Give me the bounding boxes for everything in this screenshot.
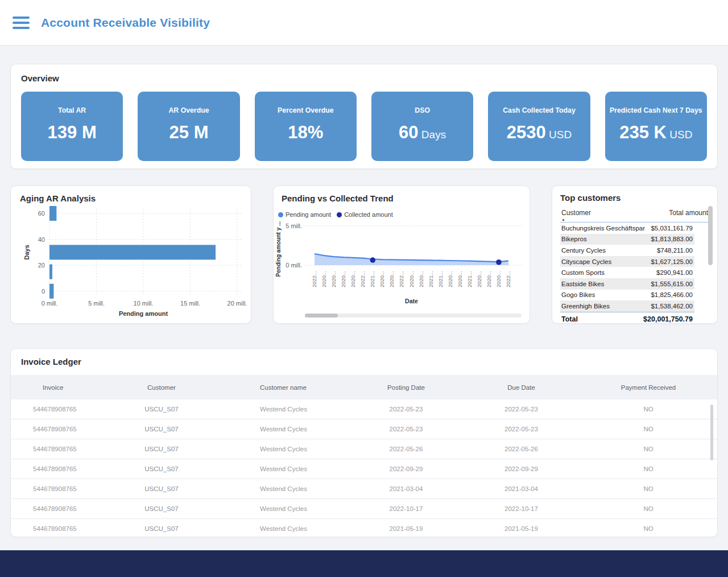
top-customers-total-row: Total $20,001,750.79 bbox=[560, 312, 694, 323]
kpi-unit: USD bbox=[546, 129, 572, 141]
table-cell: 544678908765 bbox=[11, 499, 107, 518]
top-customers-title: Top customers bbox=[560, 193, 709, 203]
table-cell: USCU_S07 bbox=[107, 479, 216, 498]
svg-text:2020...: 2020... bbox=[457, 271, 463, 287]
column-header[interactable]: Posting Date bbox=[349, 375, 463, 399]
table-cell: Westend Cycles bbox=[216, 479, 349, 498]
column-header[interactable]: Invoice bbox=[11, 375, 107, 399]
top-customers-rows: Buchungskreis Geschäftspar$5,031,161.79B… bbox=[560, 222, 694, 312]
kpi-label: Cash Collected Today bbox=[503, 106, 576, 114]
table-row[interactable]: Greenhigh Bikes$1,538,462.00 bbox=[560, 300, 694, 312]
aging-chart-card: Aging AR Analysis 60402000 mill.5 mill.1… bbox=[10, 186, 251, 324]
table-row[interactable]: Eastside Bikes$1,555,615.00 bbox=[560, 278, 694, 290]
scrollbar-thumb[interactable] bbox=[305, 314, 338, 318]
customer-name: Gogo Bikes bbox=[561, 291, 595, 298]
table-cell: NO bbox=[580, 419, 717, 439]
svg-text:2020...: 2020... bbox=[486, 271, 492, 287]
svg-text:2020...: 2020... bbox=[321, 271, 327, 287]
vertical-scrollbar-thumb[interactable] bbox=[710, 405, 713, 460]
table-row[interactable]: Custom Sports$290,941.00 bbox=[560, 267, 694, 278]
svg-text:2021...: 2021... bbox=[466, 271, 473, 287]
vertical-scrollbar-thumb[interactable] bbox=[708, 206, 713, 265]
kpi-row: Total AR139 MAR Overdue25 MPercent Overd… bbox=[21, 92, 707, 161]
trend-chart-card: Pending vs Collected Trend Pending amoun… bbox=[273, 186, 530, 324]
table-cell: NO bbox=[580, 459, 717, 479]
table-row[interactable]: 544678908765USCU_S07Westend Cycles2022-1… bbox=[11, 499, 717, 519]
kpi-tile[interactable]: Cash Collected Today2530 USD bbox=[488, 92, 590, 161]
column-header[interactable]: Payment Received bbox=[580, 375, 717, 399]
kpi-tile[interactable]: AR Overdue25 M bbox=[138, 92, 239, 161]
legend-item[interactable]: Collected amount bbox=[337, 211, 393, 218]
top-customers-card: Top customers Customer Total amount ▲ Bu… bbox=[552, 186, 718, 324]
kpi-value: 18% bbox=[288, 122, 323, 143]
total-amount: $748,211.00 bbox=[657, 247, 693, 254]
table-cell: NO bbox=[580, 439, 717, 459]
kpi-label: AR Overdue bbox=[168, 106, 209, 114]
table-cell: Westend Cycles bbox=[216, 459, 349, 479]
kpi-tile[interactable]: Predicted Cash Next 7 Days235 K USD bbox=[605, 92, 707, 161]
svg-text:Pending amount y ...: Pending amount y ... bbox=[275, 221, 282, 277]
svg-text:2020...: 2020... bbox=[330, 271, 337, 287]
customer-name: Cityscape Cycles bbox=[561, 258, 611, 265]
table-row[interactable]: Gogo Bikes$1,825,466.00 bbox=[560, 290, 694, 301]
trend-area-chart[interactable]: 5 mill.0 mill.2022...2020...2020...2020.… bbox=[274, 218, 531, 309]
column-header[interactable]: Customer name bbox=[216, 375, 349, 399]
kpi-tile[interactable]: DSO60 Days bbox=[371, 92, 473, 161]
svg-text:2022...: 2022... bbox=[311, 271, 317, 287]
table-row[interactable]: Bikepros$1,813,883.00 bbox=[560, 234, 694, 245]
chart-horizontal-scrollbar[interactable] bbox=[305, 314, 522, 318]
table-cell: 544678908765 bbox=[11, 519, 107, 537]
svg-text:2020...: 2020... bbox=[447, 271, 453, 287]
kpi-value: 2530 USD bbox=[507, 122, 572, 143]
table-cell: USCU_S07 bbox=[107, 399, 216, 419]
customer-name: Bikepros bbox=[561, 236, 587, 242]
table-cell: Westend Cycles bbox=[216, 399, 349, 419]
total-amount: $1,825,466.00 bbox=[651, 291, 693, 298]
svg-text:Days: Days bbox=[23, 245, 30, 259]
svg-text:0: 0 bbox=[42, 288, 45, 295]
table-row[interactable]: 544678908765USCU_S07Westend Cycles2021-0… bbox=[11, 479, 717, 499]
table-cell: USCU_S07 bbox=[107, 459, 216, 479]
legend-dot-icon bbox=[337, 212, 342, 217]
svg-text:40: 40 bbox=[38, 236, 45, 243]
svg-text:2021...: 2021... bbox=[428, 271, 434, 287]
aging-bar-chart[interactable]: 60402000 mill.5 mill.10 mill.15 mill.20 … bbox=[20, 203, 251, 319]
table-cell: Westend Cycles bbox=[216, 499, 349, 518]
table-cell: 2022-05-23 bbox=[349, 419, 463, 439]
table-row[interactable]: 544678908765USCU_S07Westend Cycles2022-0… bbox=[11, 459, 717, 479]
table-cell: 2022-10-17 bbox=[349, 499, 463, 518]
kpi-tile[interactable]: Total AR139 M bbox=[21, 92, 123, 161]
table-cell: NO bbox=[580, 399, 717, 419]
table-row[interactable]: 544678908765USCU_S07Westend Cycles2022-0… bbox=[11, 399, 717, 419]
total-value: $20,001,750.79 bbox=[643, 315, 693, 323]
total-amount: $1,627,125.00 bbox=[651, 258, 693, 265]
column-header-customer[interactable]: Customer bbox=[561, 209, 591, 217]
kpi-tile[interactable]: Percent Overdue18% bbox=[255, 92, 357, 161]
table-cell: Westend Cycles bbox=[216, 519, 349, 537]
menu-icon[interactable] bbox=[13, 17, 30, 29]
customer-name: Custom Sports bbox=[561, 269, 605, 276]
table-cell: 2021-05-19 bbox=[349, 519, 463, 537]
kpi-label: Percent Overdue bbox=[278, 106, 333, 114]
column-header[interactable]: Due Date bbox=[463, 375, 580, 399]
svg-text:2020...: 2020... bbox=[476, 271, 482, 287]
table-cell: USCU_S07 bbox=[107, 519, 216, 537]
table-row[interactable]: 544678908765USCU_S07Westend Cycles2022-0… bbox=[11, 439, 717, 459]
sort-ascending-icon: ▲ bbox=[561, 217, 565, 221]
column-header-total-amount[interactable]: Total amount bbox=[669, 209, 708, 217]
table-row[interactable]: Century Cycles$748,211.00 bbox=[560, 245, 694, 256]
svg-text:5 mill.: 5 mill. bbox=[286, 222, 302, 229]
table-row[interactable]: 544678908765USCU_S07Westend Cycles2022-0… bbox=[11, 419, 717, 439]
svg-text:2020...: 2020... bbox=[418, 271, 424, 287]
legend-item[interactable]: Pending amount bbox=[278, 211, 331, 218]
svg-text:0 mill.: 0 mill. bbox=[42, 300, 58, 307]
column-header[interactable]: Customer bbox=[107, 375, 216, 399]
menu-bar bbox=[13, 22, 30, 24]
table-row[interactable]: Cityscape Cycles$1,627,125.00 bbox=[560, 256, 694, 267]
table-row[interactable]: 544678908765USCU_S07Westend Cycles2021-0… bbox=[11, 519, 717, 537]
table-cell: 2021-03-04 bbox=[463, 479, 580, 498]
bottom-bar bbox=[0, 550, 728, 577]
table-cell: 2022-09-29 bbox=[349, 459, 463, 479]
table-row[interactable]: Buchungskreis Geschäftspar$5,031,161.79 bbox=[560, 222, 694, 234]
customer-name: Century Cycles bbox=[561, 247, 606, 254]
